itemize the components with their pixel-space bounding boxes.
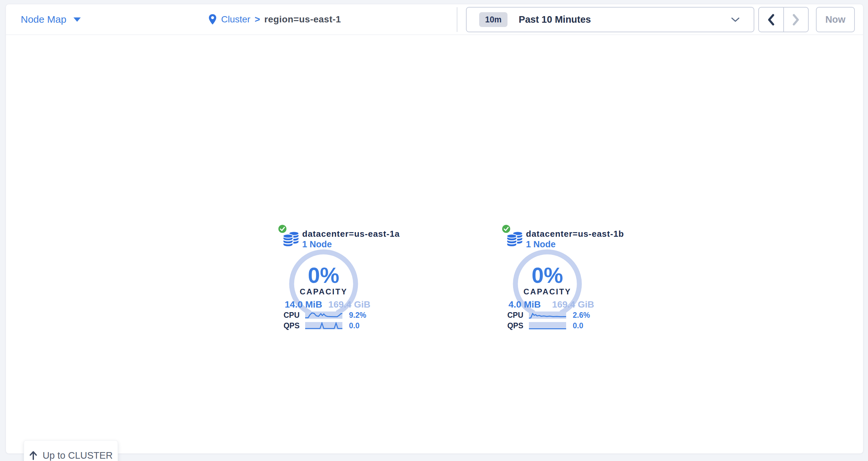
database-stack-icon: [282, 230, 300, 248]
qps-value: 0.0: [573, 322, 583, 329]
qps-value: 0.0: [349, 322, 360, 329]
node-map-panel: Node Map Cluster > region=us-east-1 10m …: [6, 4, 863, 454]
capacity-percent: 0%: [509, 263, 585, 288]
capacity-label: CAPACITY: [509, 287, 585, 296]
breadcrumb-cluster-link[interactable]: Cluster: [221, 14, 250, 25]
chevron-right-icon: [792, 13, 800, 26]
chevron-left-icon: [768, 13, 775, 26]
breadcrumb: Cluster > region=us-east-1: [208, 4, 341, 35]
time-window-badge: 10m: [479, 12, 507, 27]
database-stack-icon: [506, 230, 524, 248]
qps-sparkline: [305, 322, 342, 329]
capacity-used-value: 4.0 MiB: [508, 299, 541, 310]
cpu-sparkline: [529, 311, 566, 319]
cpu-label: CPU: [270, 311, 300, 319]
qps-sparkline: [529, 322, 566, 329]
capacity-total-value: 169.4 GiB: [552, 299, 594, 310]
datacenter-card[interactable]: datacenter=us-east-1a 1 Node 0% CAPACITY…: [256, 219, 414, 344]
breadcrumb-current-locality: region=us-east-1: [264, 14, 341, 25]
caret-down-icon: [73, 18, 81, 22]
node-map-canvas: Up to CLUSTER datacenter=us-east-1a: [6, 35, 863, 454]
qps-label: QPS: [493, 322, 523, 329]
time-step-buttons: [758, 7, 809, 32]
chevron-down-icon: [731, 17, 740, 22]
view-mode-selector[interactable]: Node Map: [21, 4, 81, 35]
cpu-label: CPU: [493, 311, 523, 319]
datacenter-card[interactable]: datacenter=us-east-1b 1 Node 0% CAPACITY…: [480, 219, 638, 344]
cpu-metric-row: CPU 2.6%: [480, 311, 638, 319]
cpu-metric-row: CPU 9.2%: [256, 311, 414, 319]
cpu-sparkline: [305, 311, 342, 319]
capacity-used-value: 14.0 MiB: [285, 299, 322, 310]
map-header: Node Map Cluster > region=us-east-1 10m …: [6, 4, 863, 35]
capacity-total-value: 169.4 GiB: [328, 299, 370, 310]
datacenter-name: datacenter=us-east-1a: [302, 229, 400, 239]
header-divider: [457, 7, 457, 32]
qps-metric-row: QPS 0.0: [256, 322, 414, 329]
breadcrumb-separator: >: [255, 14, 260, 25]
time-window-dropdown[interactable]: 10m Past 10 Minutes: [466, 7, 754, 32]
arrow-up-icon: [29, 451, 37, 460]
cpu-value: 9.2%: [349, 311, 366, 319]
up-to-cluster-button[interactable]: Up to CLUSTER: [24, 440, 118, 461]
datacenter-name: datacenter=us-east-1b: [526, 229, 624, 239]
time-window-label: Past 10 Minutes: [519, 14, 591, 25]
time-step-back-button[interactable]: [759, 7, 784, 32]
time-step-forward-button[interactable]: [784, 7, 808, 32]
cpu-value: 2.6%: [573, 311, 590, 319]
capacity-label: CAPACITY: [286, 287, 362, 296]
capacity-percent: 0%: [286, 263, 362, 288]
location-pin-icon: [208, 14, 217, 25]
now-button[interactable]: Now: [816, 7, 855, 32]
now-button-label: Now: [825, 14, 845, 25]
qps-metric-row: QPS 0.0: [480, 322, 638, 329]
up-to-cluster-label: Up to CLUSTER: [42, 450, 113, 461]
qps-label: QPS: [270, 322, 300, 329]
view-mode-label: Node Map: [21, 14, 66, 25]
